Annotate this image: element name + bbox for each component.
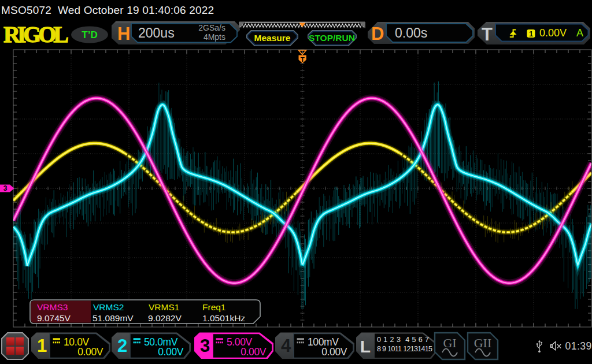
svg-text:8 9 1011 12131415: 8 9 1011 12131415 <box>377 345 432 353</box>
svg-text:GI: GI <box>443 336 456 350</box>
svg-text:01:39: 01:39 <box>565 340 592 352</box>
svg-text:0 1 2 3 4 5 6 7: 0 1 2 3 4 5 6 7 <box>377 336 429 344</box>
svg-text:2: 2 <box>117 336 127 356</box>
svg-text:0.00V: 0.00V <box>240 346 266 358</box>
svg-text:0.00V: 0.00V <box>77 346 103 358</box>
svg-text:4: 4 <box>281 336 291 356</box>
svg-text:0.00V: 0.00V <box>158 346 183 358</box>
svg-text:3: 3 <box>200 336 210 356</box>
svg-text:1: 1 <box>37 336 47 356</box>
svg-text:L: L <box>360 337 371 356</box>
svg-text:GII: GII <box>474 336 492 350</box>
svg-text:0.00V: 0.00V <box>321 346 347 358</box>
